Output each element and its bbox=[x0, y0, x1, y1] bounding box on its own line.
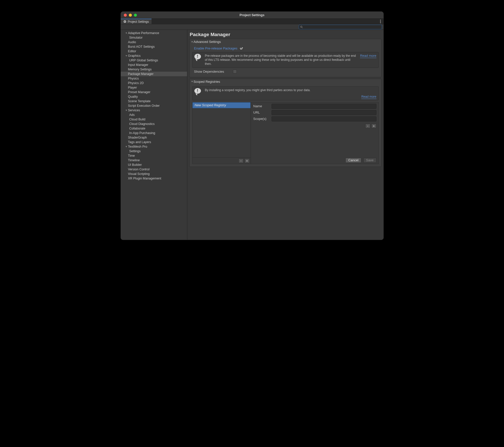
sidebar-item-ads[interactable]: Ads bbox=[121, 113, 187, 117]
registry-remove-button[interactable]: - bbox=[239, 159, 244, 163]
sidebar-item-settings[interactable]: Settings bbox=[121, 149, 187, 153]
sidebar-item-burst-aot-settings[interactable]: Burst AOT Settings bbox=[121, 44, 187, 49]
registry-add-button[interactable]: + bbox=[245, 159, 250, 163]
sidebar-item-physics[interactable]: Physics bbox=[121, 76, 187, 81]
sidebar-item-label: Burst AOT Settings bbox=[128, 45, 155, 48]
sidebar-item-adaptive-performance[interactable]: ▼Adaptive Performance bbox=[121, 31, 187, 35]
sidebar-item-urp-global-settings[interactable]: URP Global Settings bbox=[121, 58, 187, 63]
scope-add-button[interactable]: + bbox=[371, 124, 376, 128]
sidebar-item-label: URP Global Settings bbox=[129, 59, 158, 62]
scoped-info-box: ! By installing a scoped registry, you m… bbox=[192, 86, 379, 100]
sidebar-item-in-app-purchasing[interactable]: In-App Purchasing bbox=[121, 131, 187, 135]
sidebar-item-label: Script Execution Order bbox=[128, 104, 160, 108]
search-box[interactable] bbox=[299, 25, 382, 29]
sidebar-item-physics-2d[interactable]: Physics 2D bbox=[121, 81, 187, 85]
registry-form-panel: Name URL Scope(s) bbox=[251, 102, 378, 164]
sidebar-item-scene-template[interactable]: Scene Template bbox=[121, 99, 187, 103]
sidebar-item-input-manager[interactable]: Input Manager bbox=[121, 63, 187, 67]
close-window-button[interactable] bbox=[124, 14, 127, 17]
enable-prerelease-checkbox[interactable] bbox=[240, 46, 243, 50]
svg-line-4 bbox=[302, 27, 303, 28]
sidebar-item-label: XR Plugin Management bbox=[128, 177, 161, 180]
registry-list-item[interactable]: New Scoped Registry bbox=[192, 102, 251, 108]
svg-point-3 bbox=[301, 26, 302, 28]
sidebar-item-graphics[interactable]: ▼Graphics bbox=[121, 54, 187, 58]
svg-point-0 bbox=[380, 20, 381, 20]
sidebar-item-label: Adaptive Performance bbox=[128, 31, 159, 35]
sidebar-item-script-execution-order[interactable]: Script Execution Order bbox=[121, 103, 187, 108]
zoom-window-button[interactable] bbox=[134, 14, 137, 17]
sidebar-item-editor[interactable]: Editor bbox=[121, 49, 187, 54]
sidebar-item-textmesh-pro[interactable]: ▼TextMesh Pro bbox=[121, 144, 187, 149]
sidebar-item-label: Physics 2D bbox=[128, 81, 144, 85]
sidebar-item-label: Simulator bbox=[129, 36, 143, 39]
chevron-down-icon: ▼ bbox=[125, 109, 128, 112]
scope-remove-button[interactable]: - bbox=[365, 124, 370, 128]
sidebar-item-simulator[interactable]: Simulator bbox=[121, 35, 187, 40]
sidebar-item-label: Time bbox=[128, 154, 135, 157]
registry-list: New Scoped Registry bbox=[192, 102, 251, 157]
registry-name-input[interactable] bbox=[272, 104, 376, 109]
sidebar-item-package-manager[interactable]: Package Manager bbox=[121, 72, 187, 76]
svg-point-1 bbox=[380, 21, 381, 22]
sidebar-item-quality[interactable]: Quality bbox=[121, 94, 187, 99]
settings-sidebar: ▼Adaptive PerformanceSimulatorAudioBurst… bbox=[121, 30, 187, 240]
sidebar-item-label: Services bbox=[128, 109, 140, 112]
sidebar-item-player[interactable]: Player bbox=[121, 85, 187, 90]
panel-menu-button[interactable] bbox=[377, 19, 383, 24]
scoped-registries-foldout[interactable]: ▼ Scoped Registries bbox=[190, 79, 381, 84]
sidebar-item-cloud-diagnostics[interactable]: Cloud Diagnostics bbox=[121, 122, 187, 126]
prerelease-info-text: Pre-release packages are in the process … bbox=[205, 54, 358, 66]
save-button[interactable]: Save bbox=[363, 158, 376, 163]
sidebar-item-xr-plugin-management[interactable]: XR Plugin Management bbox=[121, 176, 187, 181]
sidebar-item-label: TextMesh Pro bbox=[128, 145, 147, 148]
sidebar-item-label: Input Manager bbox=[128, 63, 149, 67]
scoped-read-more-link[interactable]: Read more bbox=[361, 95, 376, 99]
sidebar-item-preset-manager[interactable]: Preset Manager bbox=[121, 90, 187, 94]
sidebar-item-label: Graphics bbox=[128, 54, 141, 58]
sidebar-item-label: Tags and Layers bbox=[128, 140, 151, 144]
sidebar-item-label: Timeline bbox=[128, 159, 140, 162]
advanced-settings-foldout[interactable]: ▼ Advanced Settings bbox=[190, 39, 381, 44]
sidebar-item-services[interactable]: ▼Services bbox=[121, 108, 187, 113]
sidebar-item-cloud-build[interactable]: Cloud Build bbox=[121, 117, 187, 122]
kebab-icon bbox=[380, 20, 381, 23]
sidebar-item-collaborate[interactable]: Collaborate bbox=[121, 126, 187, 131]
sidebar-item-label: Ads bbox=[129, 113, 135, 117]
minimize-window-button[interactable] bbox=[129, 14, 132, 17]
tab-project-settings[interactable]: Project Settings bbox=[121, 19, 152, 24]
sidebar-item-label: Version Control bbox=[128, 168, 150, 171]
window-title: Project Settings bbox=[121, 13, 383, 17]
sidebar-item-memory-settings[interactable]: Memory Settings bbox=[121, 67, 187, 72]
prerelease-read-more-link[interactable]: Read more bbox=[360, 54, 376, 58]
registry-scopes-label: Scope(s) bbox=[253, 117, 269, 121]
registry-url-label: URL bbox=[253, 111, 269, 114]
search-icon bbox=[300, 25, 303, 29]
tab-label: Project Settings bbox=[128, 20, 149, 23]
sidebar-item-label: In-App Purchasing bbox=[129, 131, 155, 135]
sidebar-item-shadergraph[interactable]: ShaderGraph bbox=[121, 135, 187, 140]
sidebar-item-label: ShaderGraph bbox=[128, 136, 147, 139]
sidebar-item-tags-and-layers[interactable]: Tags and Layers bbox=[121, 140, 187, 144]
info-icon: ! bbox=[194, 54, 202, 61]
sidebar-item-ui-builder[interactable]: UI Builder bbox=[121, 163, 187, 167]
svg-point-2 bbox=[380, 22, 381, 23]
sidebar-item-version-control[interactable]: Version Control bbox=[121, 167, 187, 172]
show-dependencies-checkbox[interactable] bbox=[233, 70, 237, 73]
sidebar-item-visual-scripting[interactable]: Visual Scripting bbox=[121, 172, 187, 176]
registry-list-panel: New Scoped Registry - + bbox=[192, 102, 251, 164]
enable-prerelease-link[interactable]: Enable Pre-release Packages bbox=[194, 46, 238, 50]
scoped-registries-section: ▼ Scoped Registries ! By installing a sc… bbox=[189, 79, 381, 167]
chevron-down-icon: ▼ bbox=[125, 32, 128, 34]
sidebar-item-label: Preset Manager bbox=[128, 90, 151, 94]
scoped-registries-header: Scoped Registries bbox=[194, 80, 220, 84]
search-input[interactable] bbox=[304, 25, 381, 29]
advanced-settings-header: Advanced Settings bbox=[194, 40, 221, 44]
registry-scopes-input[interactable] bbox=[272, 116, 376, 121]
registry-url-input[interactable] bbox=[272, 110, 376, 115]
cancel-button[interactable]: Cancel bbox=[345, 158, 361, 163]
main-panel: Package Manager ▼ Advanced Settings Enab… bbox=[187, 30, 383, 240]
sidebar-item-audio[interactable]: Audio bbox=[121, 40, 187, 44]
sidebar-item-time[interactable]: Time bbox=[121, 153, 187, 158]
sidebar-item-timeline[interactable]: Timeline bbox=[121, 158, 187, 163]
